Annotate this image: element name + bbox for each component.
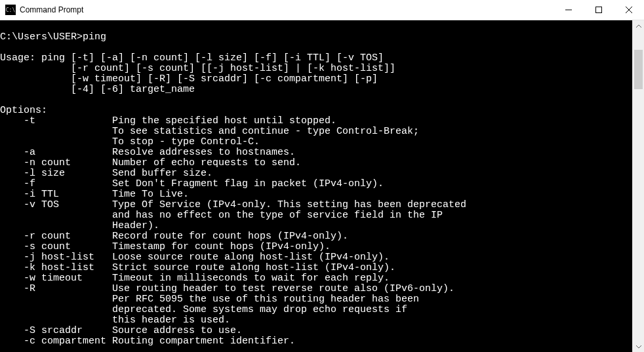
vertical-scrollbar[interactable] bbox=[632, 20, 644, 352]
maximize-icon bbox=[595, 7, 602, 13]
window-title: Command Prompt bbox=[20, 5, 83, 14]
svg-rect-1 bbox=[596, 7, 602, 13]
scroll-thumb[interactable] bbox=[634, 50, 643, 89]
close-button[interactable] bbox=[614, 0, 644, 20]
scroll-up-button[interactable] bbox=[633, 20, 644, 31]
titlebar[interactable]: C:\ Command Prompt bbox=[0, 0, 644, 20]
chevron-up-icon bbox=[636, 25, 641, 28]
command-prompt-icon: C:\ bbox=[5, 5, 16, 15]
client-area: C:\Users\USER>ping Usage: ping [-t] [-a]… bbox=[0, 20, 644, 352]
close-icon bbox=[626, 7, 632, 13]
command-prompt-icon-label: C:\ bbox=[6, 7, 15, 13]
console-output[interactable]: C:\Users\USER>ping Usage: ping [-t] [-a]… bbox=[0, 20, 632, 352]
chevron-down-icon bbox=[636, 345, 641, 348]
maximize-button[interactable] bbox=[584, 0, 614, 20]
minimize-icon bbox=[565, 7, 572, 13]
scroll-down-button[interactable] bbox=[633, 341, 644, 352]
minimize-button[interactable] bbox=[553, 0, 584, 20]
command-prompt-window: C:\ Command Prompt C:\Users\USER>ping Us… bbox=[0, 0, 644, 352]
